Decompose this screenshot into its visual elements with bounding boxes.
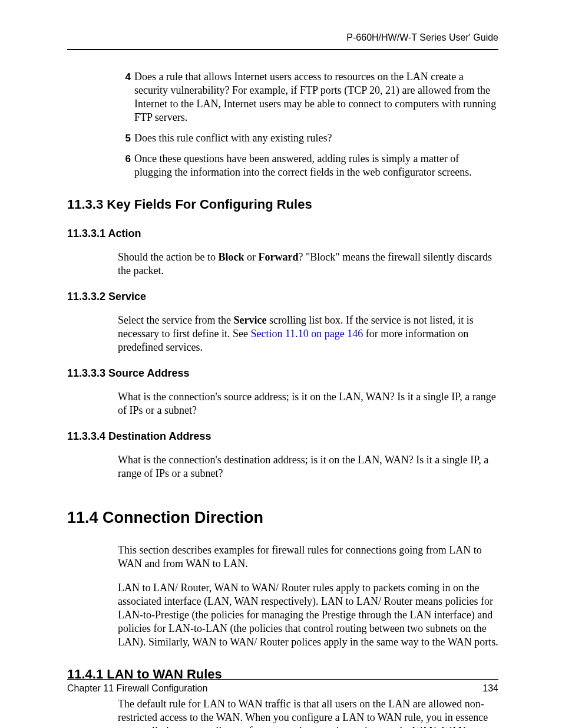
paragraph: Select the service from the Service scro… <box>118 314 498 354</box>
bold-text: Block <box>218 251 244 263</box>
footer-rule <box>67 679 498 680</box>
heading-11-3-3-1: 11.3.3.1 Action <box>67 228 498 240</box>
text: Select the service from the <box>118 314 233 326</box>
bold-text: Service <box>233 314 266 326</box>
list-item: 4 Does a rule that allows Internet users… <box>118 70 498 124</box>
paragraph: The default rule for LAN to WAN traffic … <box>118 697 498 728</box>
heading-11-4: 11.4 Connection Direction <box>67 509 498 527</box>
bold-text: Forward <box>259 251 299 263</box>
list-number: 6 <box>118 152 134 179</box>
paragraph: What is the connection's destination add… <box>118 453 498 480</box>
ordered-list: 4 Does a rule that allows Internet users… <box>118 70 498 179</box>
footer-page-number: 134 <box>482 683 498 694</box>
list-text: Does a rule that allows Internet users a… <box>134 70 498 124</box>
list-text: Once these questions have been answered,… <box>134 152 498 179</box>
paragraph: What is the connection's source address;… <box>118 390 498 417</box>
list-item: 6 Once these questions have been answere… <box>118 152 498 179</box>
running-header: P-660H/HW/W-T Series User' Guide <box>67 32 498 49</box>
footer-chapter: Chapter 11 Firewall Configuration <box>67 683 207 694</box>
list-item: 5 Does this rule conflict with any exist… <box>118 131 498 145</box>
list-text: Does this rule conflict with any existin… <box>134 131 332 145</box>
paragraph: This section describes examples for fire… <box>118 543 498 571</box>
heading-11-3-3: 11.3.3 Key Fields For Configuring Rules <box>67 197 498 212</box>
paragraph: Should the action be to Block or Forward… <box>118 251 498 278</box>
page: P-660H/HW/W-T Series User' Guide 4 Does … <box>0 0 562 728</box>
text: Should the action be to <box>118 251 218 263</box>
cross-reference-link[interactable]: Section 11.10 on page 146 <box>250 328 363 340</box>
text: or <box>244 251 259 263</box>
heading-11-3-3-3: 11.3.3.3 Source Address <box>67 367 498 380</box>
page-footer: Chapter 11 Firewall Configuration 134 <box>67 679 498 694</box>
paragraph: LAN to LAN/ Router, WAN to WAN/ Router r… <box>118 581 498 649</box>
heading-11-3-3-2: 11.3.3.2 Service <box>67 291 498 303</box>
heading-11-3-3-4: 11.3.3.4 Destination Address <box>67 430 498 443</box>
list-number: 4 <box>118 70 134 124</box>
header-rule <box>67 49 498 50</box>
list-number: 5 <box>118 131 134 145</box>
